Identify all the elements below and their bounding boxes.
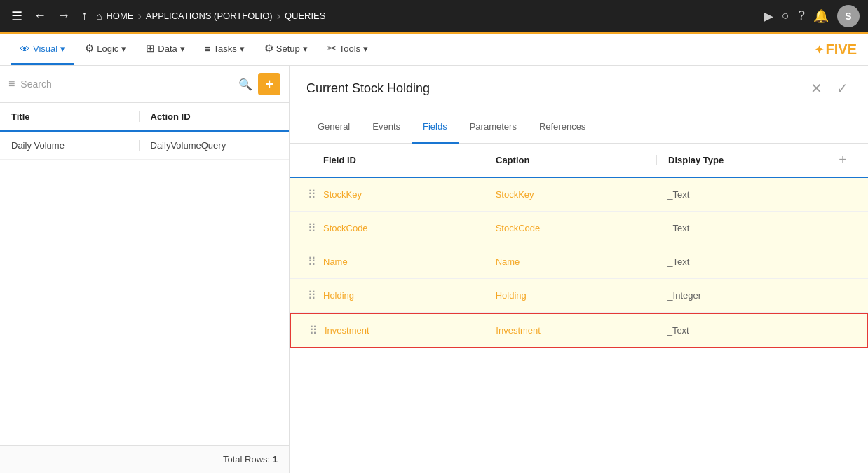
tab-references[interactable]: References [528, 111, 597, 144]
tab-events[interactable]: Events [361, 111, 412, 144]
search-icon[interactable]: ○ [782, 8, 789, 23]
nav-left: ☰ ← → ↑ ⌂ HOME › APPLICATIONS (PORTFOLIO… [8, 6, 758, 27]
field-row-stockcode[interactable]: ⠿ StockCode StockCode _Text [290, 212, 868, 245]
breadcrumb-queries[interactable]: QUERIES [285, 11, 326, 21]
left-table-header: Title Action ID [0, 103, 289, 132]
nav-item-logic[interactable]: ⚙ Logic ▾ [76, 34, 135, 65]
back-icon[interactable]: ← [31, 6, 49, 26]
row-title: Daily Volume [11, 140, 139, 151]
field-row-stockkey[interactable]: ⠿ StockKey StockKey _Text [290, 178, 868, 212]
right-panel: Current Stock Holding ✕ ✓ General Events… [290, 66, 868, 473]
drag-handle-0[interactable]: ⠿ [301, 188, 323, 201]
home-icon: ⌂ [96, 11, 102, 22]
field-row-name[interactable]: ⠿ Name Name _Text [290, 245, 868, 279]
nav-label-tasks: Tasks [214, 43, 237, 54]
tab-general[interactable]: General [306, 111, 361, 144]
left-panel: ≡ 🔍 + Title Action ID Daily Volume Daily… [0, 66, 290, 473]
field-id-name: Name [323, 256, 484, 267]
drag-handle-4[interactable]: ⠿ [302, 324, 325, 337]
second-nav: 👁 Visual ▾ ⚙ Logic ▾ ⊞ Data ▾ ≡ Tasks ▾ … [0, 34, 868, 66]
footer-label: Total Rows: [223, 454, 270, 465]
caption-name: Name [484, 256, 657, 267]
logo-star: ✦ [814, 42, 825, 57]
menu-icon[interactable]: ☰ [8, 6, 25, 27]
fields-table: Field ID Caption Display Type + ⠿ StockK… [290, 144, 868, 473]
caption-stockcode: StockCode [484, 223, 657, 233]
display-type-holding: _Integer [656, 290, 829, 301]
nav-label-logic: Logic [97, 43, 118, 54]
caption-investment: Investment [484, 325, 656, 336]
forward-icon[interactable]: → [55, 6, 73, 26]
header-action-id: Action ID [139, 111, 278, 122]
close-icon[interactable]: ✕ [808, 77, 825, 100]
display-type-name: _Text [656, 256, 829, 267]
separator-2: › [277, 10, 280, 22]
top-nav: ☰ ← → ↑ ⌂ HOME › APPLICATIONS (PORTFOLIO… [0, 0, 868, 34]
tools-icon: ✂ [327, 42, 337, 55]
nav-right: ▶ ○ ? 🔔 S [764, 5, 860, 27]
nav-item-tasks[interactable]: ≡ Tasks ▾ [196, 34, 253, 65]
table-footer: Total Rows: 1 [0, 445, 289, 473]
fields-header: Field ID Caption Display Type + [290, 144, 868, 178]
panel-title: Current Stock Holding [306, 81, 799, 96]
breadcrumb-applications[interactable]: APPLICATIONS (PORTFOLIO) [146, 11, 273, 21]
notification-icon[interactable]: 🔔 [813, 8, 829, 24]
row-action-id: DailyVolumeQuery [139, 140, 278, 151]
nav-item-setup[interactable]: ⚙ Setup ▾ [256, 34, 316, 65]
play-icon[interactable]: ▶ [764, 8, 773, 24]
field-id-stockcode: StockCode [323, 223, 484, 233]
logo: ✦ FIVE [814, 41, 857, 57]
tab-fields[interactable]: Fields [412, 111, 459, 144]
visual-icon: 👁 [20, 43, 30, 55]
display-type-stockcode: _Text [656, 223, 829, 233]
check-icon[interactable]: ✓ [834, 77, 851, 100]
field-id-stockkey: StockKey [323, 189, 484, 200]
field-row-holding[interactable]: ⠿ Holding Holding _Integer [290, 279, 868, 313]
right-panel-header: Current Stock Holding ✕ ✓ [290, 66, 868, 111]
header-title: Title [11, 111, 139, 122]
nav-item-data[interactable]: ⊞ Data ▾ [137, 34, 193, 65]
field-id-holding: Holding [323, 290, 484, 301]
filter-icon[interactable]: ≡ [8, 78, 15, 90]
display-type-stockkey: _Text [656, 189, 829, 200]
header-display-type: Display Type [656, 155, 829, 165]
search-mag-icon[interactable]: 🔍 [238, 78, 252, 91]
nav-item-visual[interactable]: 👁 Visual ▾ [11, 34, 74, 65]
search-input[interactable] [20, 78, 233, 90]
nav-item-tools[interactable]: ✂ Tools ▾ [319, 34, 377, 65]
header-caption: Caption [484, 155, 656, 165]
drag-handle-2[interactable]: ⠿ [301, 255, 323, 268]
caption-stockkey: StockKey [484, 189, 657, 200]
data-dropdown-icon: ▾ [180, 43, 185, 54]
logic-dropdown-icon: ▾ [121, 43, 126, 54]
separator-1: › [137, 10, 141, 22]
field-row-investment[interactable]: ⠿ Investment Investment _Text [290, 313, 868, 348]
home-label[interactable]: HOME [106, 11, 133, 21]
setup-icon: ⚙ [264, 42, 273, 55]
search-bar: ≡ 🔍 + [0, 66, 289, 103]
add-field-button[interactable]: + [839, 152, 847, 168]
footer-value: 1 [273, 454, 278, 465]
nav-label-setup: Setup [276, 43, 300, 54]
setup-dropdown-icon: ▾ [303, 43, 308, 54]
display-type-investment: _Text [656, 325, 827, 336]
nav-label-tools: Tools [339, 43, 360, 54]
table-row[interactable]: Daily Volume DailyVolumeQuery [0, 132, 289, 160]
nav-label-data: Data [158, 43, 177, 54]
help-icon[interactable]: ? [798, 8, 805, 23]
tasks-icon: ≡ [205, 43, 211, 55]
add-button[interactable]: + [258, 73, 280, 95]
breadcrumb: ⌂ HOME › APPLICATIONS (PORTFOLIO) › QUER… [96, 10, 325, 22]
visual-dropdown-icon: ▾ [60, 43, 65, 54]
caption-holding: Holding [484, 290, 657, 301]
main-layout: ≡ 🔍 + Title Action ID Daily Volume Daily… [0, 66, 868, 473]
tabs-bar: General Events Fields Parameters Referen… [290, 111, 868, 144]
drag-handle-1[interactable]: ⠿ [301, 221, 323, 235]
tab-parameters[interactable]: Parameters [459, 111, 528, 144]
header-field-id: Field ID [323, 155, 484, 165]
logic-icon: ⚙ [85, 42, 94, 55]
avatar[interactable]: S [837, 5, 860, 27]
up-icon[interactable]: ↑ [79, 6, 90, 26]
nav-label-visual: Visual [33, 43, 57, 54]
drag-handle-3[interactable]: ⠿ [301, 289, 323, 302]
